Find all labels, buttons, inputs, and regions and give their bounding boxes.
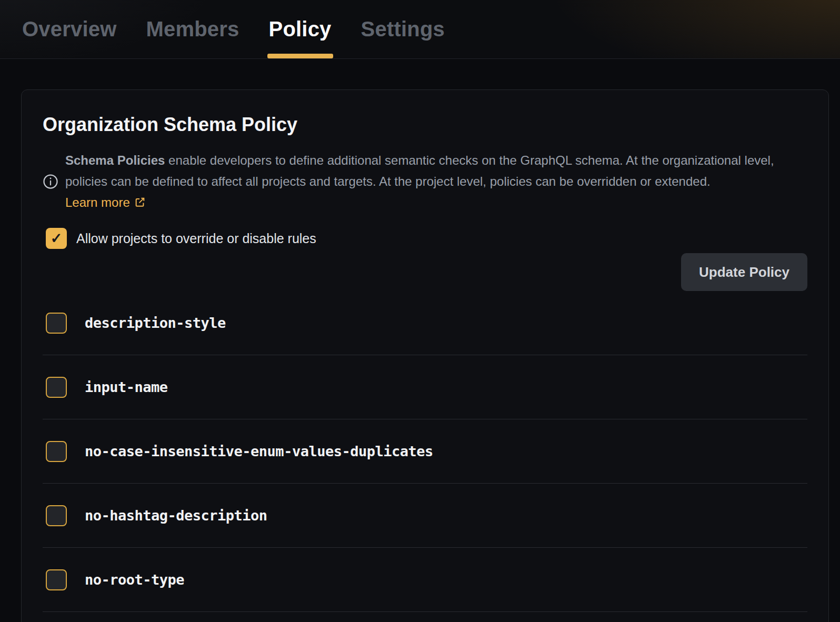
tab-members[interactable]: Members <box>146 0 239 58</box>
rule-row: input-name <box>43 355 807 419</box>
rules-list: description-style input-name no-case-ins… <box>43 291 807 612</box>
rule-checkbox[interactable] <box>46 569 67 590</box>
rule-row: no-case-insensitive-enum-values-duplicat… <box>43 419 807 484</box>
learn-more-link[interactable]: Learn more <box>65 195 146 209</box>
schema-policy-card: Organization Schema Policy Schema Polici… <box>21 89 829 622</box>
rule-checkbox[interactable] <box>46 505 67 526</box>
info-icon <box>43 174 58 189</box>
rule-checkbox[interactable] <box>46 441 67 462</box>
policy-description: Schema Policies enable developers to def… <box>43 150 807 213</box>
external-link-icon <box>134 196 146 208</box>
update-policy-button[interactable]: Update Policy <box>681 253 807 291</box>
tab-policy[interactable]: Policy <box>269 0 332 58</box>
rule-name: description-style <box>85 315 226 331</box>
checkmark-icon: ✓ <box>51 230 63 247</box>
rule-name: no-hashtag-description <box>85 507 267 524</box>
allow-override-checkbox[interactable]: ✓ <box>46 228 67 249</box>
learn-more-label: Learn more <box>65 195 130 209</box>
tab-bar: Overview Members Policy Settings <box>0 0 840 59</box>
policy-page: Organization Schema Policy Schema Polici… <box>0 89 840 622</box>
description-body: enable developers to define additional s… <box>65 153 774 188</box>
actions-row: Update Policy <box>43 253 807 291</box>
rule-row: description-style <box>43 291 807 355</box>
rule-name: no-root-type <box>85 571 184 588</box>
rule-row: no-hashtag-description <box>43 484 807 548</box>
policy-description-text: Schema Policies enable developers to def… <box>65 150 787 213</box>
rule-name: input-name <box>85 379 168 395</box>
rule-row: no-root-type <box>43 548 807 612</box>
rule-checkbox[interactable] <box>46 313 67 334</box>
tab-settings[interactable]: Settings <box>361 0 445 58</box>
tab-overview[interactable]: Overview <box>22 0 117 58</box>
allow-override-label: Allow projects to override or disable ru… <box>76 231 316 246</box>
rule-checkbox[interactable] <box>46 377 67 398</box>
tabs-nav: Overview Members Policy Settings <box>22 0 445 58</box>
rule-name: no-case-insensitive-enum-values-duplicat… <box>85 443 433 459</box>
description-bold-intro: Schema Policies <box>65 153 165 167</box>
allow-override-row: ✓ Allow projects to override or disable … <box>43 228 807 249</box>
page-title: Organization Schema Policy <box>43 113 807 136</box>
